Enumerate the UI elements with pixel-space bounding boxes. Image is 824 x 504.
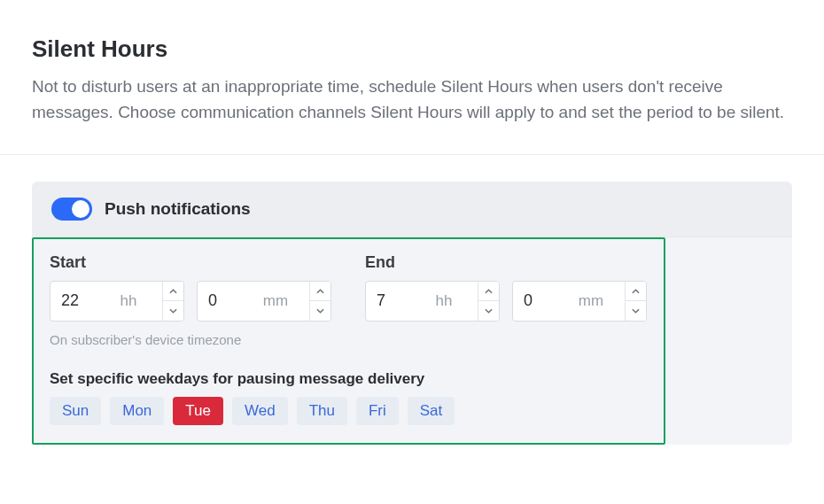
weekday-row: Sun Mon Tue Wed Thu Fri Sat (50, 397, 648, 425)
weekday-fri[interactable]: Fri (356, 397, 399, 425)
page-title: Silent Hours (32, 35, 792, 63)
end-hh-input[interactable] (366, 282, 410, 321)
end-mm-unit: mm (557, 282, 625, 321)
channel-panel: Push notifications Start hh (32, 182, 792, 445)
push-toggle[interactable] (51, 198, 92, 221)
start-mm-arrows (309, 282, 330, 321)
weekday-thu[interactable]: Thu (297, 397, 347, 425)
weekday-sat[interactable]: Sat (408, 397, 455, 425)
timezone-note: On subscriber's device timezone (50, 332, 648, 347)
start-hh-up-icon[interactable] (163, 282, 183, 302)
start-hh-input[interactable] (51, 282, 95, 321)
end-hh-stepper: hh (365, 281, 500, 322)
divider (0, 154, 824, 155)
end-hh-up-icon[interactable] (478, 282, 499, 302)
start-steppers: hh mm (50, 281, 344, 322)
start-hh-down-icon[interactable] (163, 301, 183, 321)
schedule-box: Start hh (32, 237, 665, 445)
start-mm-stepper: mm (197, 281, 331, 322)
channel-header: Push notifications (32, 182, 792, 236)
channel-label: Push notifications (105, 199, 251, 219)
start-label: Start (50, 253, 344, 272)
end-hh-arrows (478, 282, 499, 321)
end-hh-down-icon[interactable] (478, 301, 499, 321)
end-hh-unit: hh (410, 282, 478, 321)
weekday-mon[interactable]: Mon (110, 397, 164, 425)
start-mm-down-icon[interactable] (310, 301, 330, 321)
toggle-knob (72, 200, 89, 218)
start-mm-up-icon[interactable] (310, 282, 330, 302)
start-hh-stepper: hh (50, 281, 184, 322)
time-row: Start hh (50, 253, 648, 322)
end-label: End (365, 253, 659, 272)
end-steppers: hh mm (365, 281, 659, 322)
start-column: Start hh (50, 253, 344, 322)
end-column: End hh (365, 253, 659, 322)
weekdays-label: Set specific weekdays for pausing messag… (50, 370, 648, 388)
weekday-tue[interactable]: Tue (173, 397, 223, 425)
end-mm-arrows (625, 282, 646, 321)
start-hh-arrows (162, 282, 183, 321)
start-hh-unit: hh (95, 282, 162, 321)
start-mm-unit: mm (242, 282, 309, 321)
end-mm-input[interactable] (513, 282, 557, 321)
end-mm-stepper: mm (512, 281, 647, 322)
weekday-wed[interactable]: Wed (232, 397, 288, 425)
end-mm-up-icon[interactable] (626, 282, 646, 302)
end-mm-down-icon[interactable] (626, 301, 646, 321)
panel-body: Start hh (32, 236, 792, 445)
start-mm-input[interactable] (198, 282, 242, 321)
page-description: Not to disturb users at an inappropriate… (32, 74, 792, 126)
weekday-sun[interactable]: Sun (50, 397, 101, 425)
